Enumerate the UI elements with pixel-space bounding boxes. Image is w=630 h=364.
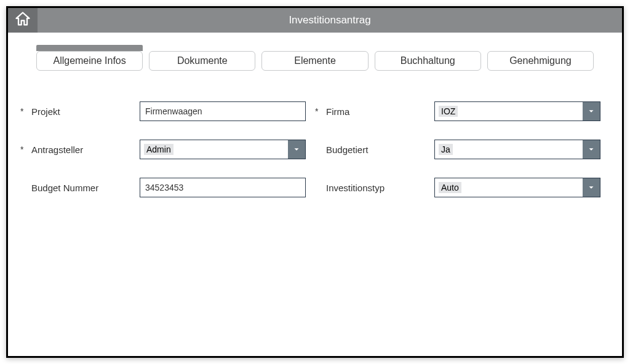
projekt-input[interactable] bbox=[140, 101, 306, 121]
investitionstyp-select[interactable]: Auto bbox=[434, 178, 600, 197]
tab-label: Buchhaltung bbox=[401, 55, 455, 66]
field-projekt: * Projekt bbox=[20, 101, 315, 121]
app-header: Investitionsantrag bbox=[8, 8, 622, 33]
required-mark: * bbox=[20, 106, 29, 116]
form-row: * Antragsteller Admin Budgetiert Ja bbox=[20, 140, 610, 159]
investitionstyp-value-chip: Auto bbox=[439, 182, 461, 193]
field-firma: * Firma IOZ bbox=[315, 101, 610, 121]
investitionstyp-control: Auto bbox=[434, 178, 600, 197]
field-antragsteller: * Antragsteller Admin bbox=[20, 140, 315, 159]
antragsteller-value-chip: Admin bbox=[144, 144, 173, 155]
investitionstyp-value: Auto bbox=[435, 178, 583, 197]
page-title: Investitionsantrag bbox=[38, 8, 622, 33]
budgetiert-select[interactable]: Ja bbox=[434, 140, 600, 159]
field-budgetiert: Budgetiert Ja bbox=[315, 140, 610, 159]
home-button[interactable] bbox=[8, 8, 38, 33]
app-frame: Investitionsantrag Allgemeine Infos Doku… bbox=[6, 6, 624, 358]
tab-label: Elemente bbox=[294, 55, 336, 66]
antragsteller-value: Admin bbox=[140, 140, 288, 159]
budget-nummer-input[interactable] bbox=[140, 178, 306, 197]
budget-nummer-label: Budget Nummer bbox=[29, 183, 140, 193]
tab-label: Dokumente bbox=[177, 55, 228, 66]
budget-nummer-control bbox=[140, 178, 306, 197]
form-row: * Projekt * Firma IOZ bbox=[20, 101, 610, 121]
budgetiert-control: Ja bbox=[434, 140, 600, 159]
budgetiert-value-chip: Ja bbox=[439, 144, 453, 155]
tab-label: Allgemeine Infos bbox=[53, 55, 126, 66]
antragsteller-control: Admin bbox=[140, 140, 306, 159]
chevron-down-icon bbox=[583, 102, 600, 121]
chevron-down-icon bbox=[583, 178, 600, 197]
field-investitionstyp: Investitionstyp Auto bbox=[315, 178, 610, 197]
tab-allgemeine-infos[interactable]: Allgemeine Infos bbox=[36, 51, 143, 71]
form-area: * Projekt * Firma IOZ * Ant bbox=[8, 77, 622, 197]
antragsteller-label: Antragsteller bbox=[29, 144, 140, 155]
field-budget-nummer: Budget Nummer bbox=[20, 178, 315, 197]
home-icon bbox=[14, 10, 31, 30]
tab-label: Genehmigung bbox=[509, 55, 572, 66]
projekt-control bbox=[140, 101, 306, 121]
budgetiert-value: Ja bbox=[435, 140, 583, 159]
form-row: Budget Nummer Investitionstyp Auto bbox=[20, 178, 610, 197]
required-mark: * bbox=[20, 144, 29, 154]
firma-value: IOZ bbox=[435, 102, 583, 121]
chevron-down-icon bbox=[583, 140, 600, 159]
firma-label: Firma bbox=[324, 106, 434, 117]
firma-select[interactable]: IOZ bbox=[434, 101, 600, 121]
required-mark: * bbox=[315, 106, 324, 116]
tab-buchhaltung[interactable]: Buchhaltung bbox=[375, 51, 481, 71]
firma-value-chip: IOZ bbox=[439, 106, 458, 117]
tab-dokumente[interactable]: Dokumente bbox=[149, 51, 255, 71]
projekt-label: Projekt bbox=[29, 106, 140, 117]
antragsteller-select[interactable]: Admin bbox=[140, 140, 306, 159]
budgetiert-label: Budgetiert bbox=[324, 144, 434, 155]
tab-bar: Allgemeine Infos Dokumente Elemente Buch… bbox=[8, 33, 622, 77]
chevron-down-icon bbox=[288, 140, 305, 159]
tab-elemente[interactable]: Elemente bbox=[261, 51, 368, 71]
investitionstyp-label: Investitionstyp bbox=[324, 183, 434, 193]
firma-control: IOZ bbox=[434, 101, 600, 121]
tab-genehmigung[interactable]: Genehmigung bbox=[487, 51, 594, 71]
